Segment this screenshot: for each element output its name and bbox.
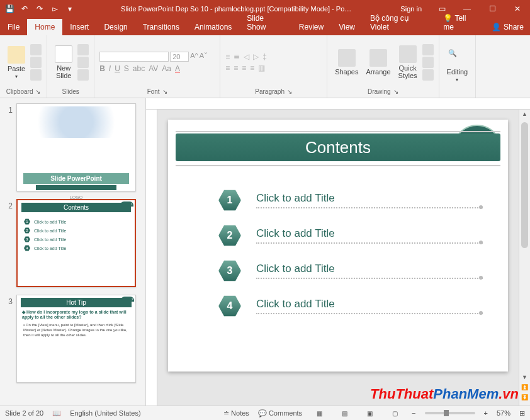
new-slide-label: New Slide	[56, 64, 71, 79]
watermark-b: PhanMem	[433, 386, 499, 402]
thumb-number: 2	[3, 199, 13, 287]
case-icon[interactable]: Aa	[162, 64, 171, 73]
section-icon[interactable]	[77, 69, 89, 81]
bullets-icon[interactable]: ≡	[225, 52, 230, 61]
item-text[interactable]: Click to add Title	[256, 263, 483, 275]
vertical-ruler[interactable]	[146, 110, 157, 406]
shape-effects-icon[interactable]	[422, 69, 434, 81]
zoom-slider[interactable]	[425, 412, 475, 414]
spellcheck-icon[interactable]: 📖	[52, 409, 61, 417]
italic-button[interactable]: I	[109, 64, 111, 73]
undo-icon[interactable]: ↶	[19, 3, 30, 14]
qat-more-icon[interactable]: ▾	[64, 3, 76, 14]
shape-fill-icon[interactable]	[422, 44, 434, 55]
zoom-out-icon[interactable]: −	[412, 409, 415, 417]
sorter-view-icon[interactable]: ▤	[336, 407, 352, 419]
align-left-icon[interactable]: ≡	[225, 64, 230, 72]
font-name-input[interactable]	[99, 52, 169, 62]
copy-icon[interactable]	[30, 57, 42, 68]
tab-file[interactable]: File	[0, 19, 27, 35]
item-text[interactable]: Click to add Title	[256, 227, 483, 240]
format-painter-icon[interactable]	[30, 69, 42, 81]
increase-font-icon[interactable]: A^	[190, 52, 198, 62]
content-item[interactable]: 4 Click to add Title	[218, 295, 483, 317]
prev-slide-icon[interactable]: ⏫	[519, 384, 530, 394]
indent-dec-icon[interactable]: ◁	[244, 52, 249, 61]
quick-styles-button[interactable]: Quick Styles	[396, 44, 420, 81]
tab-design[interactable]: Design	[96, 19, 135, 35]
horizontal-ruler[interactable]	[146, 98, 530, 110]
next-slide-icon[interactable]: ⏬	[519, 394, 530, 404]
paragraph-launcher-icon[interactable]: ↘	[287, 88, 292, 95]
normal-view-icon[interactable]: ▦	[311, 407, 327, 419]
slide-content[interactable]: 1 Click to add Title 2 Click to add Titl…	[218, 189, 483, 330]
slide[interactable]: LOGO Contents 1 Click to add Title 2 C	[168, 120, 508, 372]
shapes-button[interactable]: Shapes	[332, 48, 361, 77]
redo-icon[interactable]: ↷	[34, 3, 45, 14]
slide-title-box[interactable]: Contents	[176, 133, 500, 161]
content-item[interactable]: 3 Click to add Title	[218, 259, 483, 282]
tab-violet[interactable]: Bộ công cụ Violet	[363, 10, 436, 35]
shape-outline-icon[interactable]	[422, 57, 434, 68]
decrease-font-icon[interactable]: A˅	[200, 52, 208, 62]
drawing-launcher-icon[interactable]: ↘	[393, 88, 398, 95]
clipboard-launcher-icon[interactable]: ↘	[35, 88, 40, 95]
align-center-icon[interactable]: ≡	[234, 64, 238, 72]
scroll-thumb[interactable]	[521, 122, 528, 248]
tell-me[interactable]: 💡 Tell me	[436, 10, 485, 35]
tab-animations[interactable]: Animations	[187, 19, 239, 35]
align-right-icon[interactable]: ≡	[242, 64, 246, 72]
reset-icon[interactable]	[77, 57, 89, 68]
font-launcher-icon[interactable]: ↘	[162, 88, 167, 95]
zoom-level[interactable]: 57%	[497, 409, 510, 417]
reading-view-icon[interactable]: ▣	[361, 407, 378, 419]
line-spacing-icon[interactable]: ‡	[262, 52, 267, 61]
thumbnail-slide-1[interactable]: Slide PowerPoint LOGO	[16, 103, 136, 191]
columns-icon[interactable]: ▥	[258, 64, 265, 72]
zoom-in-icon[interactable]: +	[484, 409, 488, 417]
slideshow-view-icon[interactable]: ▢	[386, 407, 403, 419]
numbering-icon[interactable]: ≣	[234, 52, 240, 61]
tab-slideshow[interactable]: Slide Show	[239, 10, 291, 35]
thumbnail-slide-2[interactable]: LOGO Contents 1Click to add Title 2Click…	[16, 199, 136, 287]
scroll-up-icon[interactable]: ▲	[519, 111, 530, 121]
comments-button[interactable]: 💬 Comments	[258, 409, 302, 417]
new-slide-button[interactable]: New Slide	[52, 44, 75, 81]
bold-button[interactable]: B	[99, 64, 105, 73]
slide-counter[interactable]: Slide 2 of 20	[5, 409, 43, 417]
start-from-beginning-icon[interactable]: ▻	[49, 3, 60, 14]
font-size-input[interactable]	[170, 52, 189, 62]
editing-button[interactable]: 🔍Editing▾	[444, 48, 471, 84]
language-status[interactable]: English (United States)	[70, 409, 141, 417]
content-item[interactable]: 1 Click to add Title	[218, 189, 483, 212]
item-text[interactable]: Click to add Title	[256, 298, 483, 310]
vertical-scrollbar[interactable]: ▲ ▼ ⏫ ⏬	[519, 110, 530, 406]
underline-button[interactable]: U	[115, 64, 120, 73]
scroll-down-icon[interactable]: ▼	[519, 374, 530, 384]
content-item[interactable]: 2 Click to add Title	[218, 224, 483, 247]
tab-insert[interactable]: Insert	[62, 19, 96, 35]
save-icon[interactable]: 💾	[4, 3, 15, 14]
font-color-icon[interactable]: A	[175, 64, 180, 73]
shadow-button[interactable]: S	[124, 64, 129, 73]
tab-transitions[interactable]: Transitions	[135, 19, 187, 35]
thumbnail-slide-3[interactable]: LOGO Hot Tip ◆ How do I incorporate my l…	[16, 295, 136, 383]
justify-icon[interactable]: ≡	[250, 64, 254, 72]
slide-canvas[interactable]: LOGO Contents 1 Click to add Title 2 C	[157, 110, 519, 406]
indent-inc-icon[interactable]: ▷	[253, 52, 259, 61]
fit-to-window-icon[interactable]: ⊞	[519, 409, 525, 417]
close-icon[interactable]: ✕	[505, 0, 530, 18]
item-text[interactable]: Click to add Title	[256, 192, 483, 205]
layout-icon[interactable]	[77, 44, 89, 55]
arrange-button[interactable]: Arrange	[363, 48, 393, 77]
tab-review[interactable]: Review	[291, 19, 331, 35]
share-button[interactable]: 👤 Share	[485, 19, 530, 35]
group-paragraph: ≡ ≣ ◁ ▷ ‡ ≡ ≡ ≡ ≡ ▥ Paragraph↘	[220, 35, 327, 98]
tab-home[interactable]: Home	[27, 19, 62, 35]
strike-button[interactable]: abc	[133, 64, 145, 73]
paste-button[interactable]: Paste▾	[5, 45, 28, 81]
cut-icon[interactable]	[30, 44, 42, 55]
tab-view[interactable]: View	[331, 19, 363, 35]
notes-button[interactable]: ≐ Notes	[223, 409, 249, 417]
spacing-icon[interactable]: AV	[149, 64, 158, 73]
